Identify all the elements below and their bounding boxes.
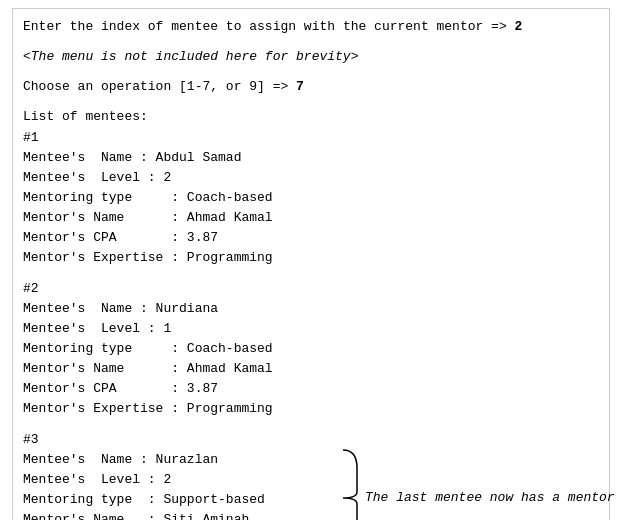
mentee-3-name: Mentee's Name : Nurazlan xyxy=(23,450,343,470)
mentee-1-id: #1 xyxy=(23,128,599,148)
header-line2: <The menu is not included here for brevi… xyxy=(23,47,599,67)
mentee-1-expertise: Mentor's Expertise : Programming xyxy=(23,248,599,268)
mentee-2-expertise: Mentor's Expertise : Programming xyxy=(23,399,599,419)
mentee-1: #1 Mentee's Name : Abdul Samad Mentee's … xyxy=(23,128,599,269)
header-line3: Choose an operation [1-7, or 9] => 7 xyxy=(23,77,599,97)
mentee-3-id: #3 xyxy=(23,430,343,450)
mentee-2-id: #2 xyxy=(23,279,599,299)
mentee-3-wrapper: #3 Mentee's Name : Nurazlan Mentee's Lev… xyxy=(23,430,599,520)
list-header: List of mentees: xyxy=(23,107,599,127)
mentee-3-type: Mentoring type : Support-based xyxy=(23,490,343,510)
mentee-3-annotation-text: The last mentee now has a mentor xyxy=(365,490,615,505)
mentee-1-mentor-name: Mentor's Name : Ahmad Kamal xyxy=(23,208,599,228)
mentee-3: #3 Mentee's Name : Nurazlan Mentee's Lev… xyxy=(23,430,343,520)
mentee-1-name: Mentee's Name : Abdul Samad xyxy=(23,148,599,168)
mentee-2-level: Mentee's Level : 1 xyxy=(23,319,599,339)
mentee-3-level: Mentee's Level : 2 xyxy=(23,470,343,490)
mentee-1-type: Mentoring type : Coach-based xyxy=(23,188,599,208)
mentee-2-cpa: Mentor's CPA : 3.87 xyxy=(23,379,599,399)
mentee-1-cpa: Mentor's CPA : 3.87 xyxy=(23,228,599,248)
mentee-2-mentor-name: Mentor's Name : Ahmad Kamal xyxy=(23,359,599,379)
mentee-3-mentor-name: Mentor's Name : Siti Aminah xyxy=(23,510,343,520)
mentee-2-type: Mentoring type : Coach-based xyxy=(23,339,599,359)
terminal-output: Enter the index of mentee to assign with… xyxy=(12,8,610,520)
mentee-2-name: Mentee's Name : Nurdiana xyxy=(23,299,599,319)
curly-brace-icon xyxy=(341,448,359,520)
mentee-3-annotation-container: The last mentee now has a mentor xyxy=(341,448,615,520)
mentee-2: #2 Mentee's Name : Nurdiana Mentee's Lev… xyxy=(23,279,599,420)
header-line1: Enter the index of mentee to assign with… xyxy=(23,17,599,37)
mentee-1-level: Mentee's Level : 2 xyxy=(23,168,599,188)
